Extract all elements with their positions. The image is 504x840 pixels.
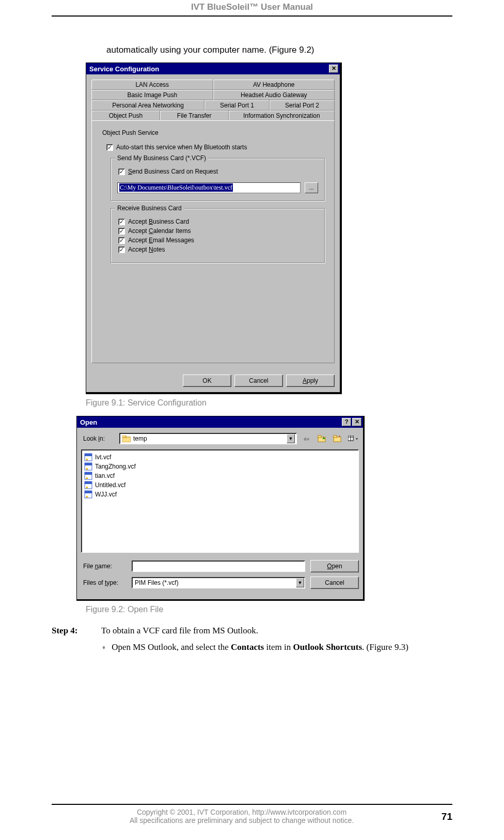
- tab-pan[interactable]: Personal Area Networking: [91, 100, 204, 111]
- send-card-legend: Send My Business Card (*.VCF): [115, 154, 208, 162]
- svg-text:*: *: [339, 435, 340, 439]
- accept-business-checkbox[interactable]: ✓: [118, 219, 125, 225]
- bullet-text: Open MS Outlook, and select the Contacts…: [112, 641, 452, 654]
- cancel-open-button[interactable]: Cancel: [310, 577, 359, 589]
- chevron-down-icon[interactable]: ▼: [287, 434, 295, 443]
- close-icon[interactable]: ✕: [352, 418, 361, 426]
- tab-serial-2[interactable]: Serial Port 2: [270, 100, 335, 111]
- tab-info-sync[interactable]: Information Synchronization: [229, 111, 335, 120]
- help-icon[interactable]: ?: [342, 418, 351, 426]
- accept-notes-checkbox[interactable]: ✓: [118, 246, 125, 253]
- folder-icon: [122, 435, 131, 442]
- list-item[interactable]: tian.vcf: [84, 471, 356, 480]
- open-file-dialog: Open ? ✕ Look in: temp ▼ ⇦ * ▾: [76, 416, 365, 601]
- svg-rect-11: [85, 454, 92, 456]
- list-item[interactable]: WJJ.vcf: [84, 490, 356, 499]
- svg-rect-15: [85, 472, 92, 475]
- tab-av-headphone[interactable]: AV Headphone: [213, 80, 335, 90]
- list-item[interactable]: TangZhong.vcf: [84, 462, 356, 471]
- footer-line-2: All specifications are preliminary and s…: [52, 816, 432, 825]
- open-button[interactable]: Open: [310, 560, 359, 572]
- cancel-button[interactable]: Cancel: [234, 375, 283, 387]
- accept-email-checkbox[interactable]: ✓: [118, 237, 125, 244]
- tab-lan-access[interactable]: LAN Access: [91, 80, 213, 90]
- step4-text: To obtain a VCF card file from MS Outloo…: [101, 626, 258, 636]
- accept-calendar-label: Accept Calendar Items: [128, 227, 191, 235]
- up-folder-icon[interactable]: [316, 433, 328, 444]
- send-card-group: Send My Business Card (*.VCF) ✓ Send Bus…: [111, 158, 325, 201]
- bullet-icon: ♦: [102, 641, 105, 654]
- page-footer: Copyright © 2001, IVT Corporation, http:…: [52, 804, 452, 825]
- lookin-folder-name: temp: [133, 435, 147, 442]
- svg-rect-1: [122, 435, 126, 438]
- new-folder-icon[interactable]: *: [331, 433, 343, 444]
- service-config-dialog: Service Configuration ✕ LAN Access AV He…: [86, 63, 342, 394]
- lookin-label: Look in:: [83, 435, 116, 442]
- tab-file-transfer[interactable]: File Transfer: [160, 111, 229, 120]
- open-titlebar: Open ? ✕: [77, 416, 363, 428]
- filename-label: File name:: [83, 563, 127, 570]
- titlebar: Service Configuration ✕: [86, 63, 340, 74]
- tab-serial-1[interactable]: Serial Port 1: [204, 100, 270, 111]
- list-item[interactable]: Untitled.vcf: [84, 480, 356, 490]
- tab-object-push[interactable]: Object Push: [91, 111, 160, 120]
- open-dialog-title: Open: [80, 418, 97, 426]
- svg-rect-19: [85, 491, 92, 493]
- filetype-label: Files of type:: [83, 579, 127, 586]
- svg-rect-17: [85, 481, 92, 484]
- vcf-icon: [84, 462, 92, 471]
- back-icon[interactable]: ⇦: [300, 433, 312, 444]
- figure-caption-1: Figure 9.1: Service Configuration: [86, 398, 452, 408]
- accept-calendar-checkbox[interactable]: ✓: [118, 228, 125, 235]
- send-on-request-label: Send Business Card on Request: [128, 168, 218, 175]
- footer-line-1: Copyright © 2001, IVT Corporation, http:…: [52, 808, 432, 816]
- vcf-icon: [84, 472, 92, 480]
- accept-business-label: Accept Business Card: [128, 218, 189, 225]
- tab-basic-image-push[interactable]: Basic Image Push: [91, 90, 213, 100]
- figure-caption-2: Figure 9.2: Open File: [86, 605, 452, 614]
- autostart-checkbox[interactable]: ✓: [106, 144, 113, 151]
- apply-button[interactable]: Apply: [286, 375, 335, 387]
- autostart-label: Auto-start this service when My Bluetoot…: [116, 144, 247, 151]
- intro-text: automatically using your computer name. …: [106, 45, 452, 55]
- receive-card-group: Receive Business Card ✓ Accept Business …: [111, 208, 325, 263]
- file-list[interactable]: Ivt.vcf TangZhong.vcf tian.vcf Untitled.…: [81, 449, 359, 553]
- vcf-icon: [84, 481, 92, 489]
- view-menu-icon[interactable]: ▾: [346, 433, 359, 444]
- group-title: Object Push Service: [102, 129, 327, 136]
- chevron-down-icon[interactable]: ▼: [296, 578, 304, 587]
- vcf-path-input[interactable]: C:\My Documents\BlueSoleil\outbox\test.v…: [117, 182, 301, 193]
- tab-headset-audio-gateway[interactable]: Headset Audio Gateway: [213, 90, 335, 100]
- send-on-request-checkbox[interactable]: ✓: [118, 168, 125, 175]
- close-icon[interactable]: ✕: [329, 65, 338, 73]
- vcf-icon: [84, 453, 92, 461]
- svg-rect-3: [318, 435, 321, 438]
- receive-card-legend: Receive Business Card: [115, 205, 184, 212]
- lookin-combo[interactable]: temp ▼: [119, 433, 297, 444]
- svg-rect-5: [334, 435, 337, 438]
- page-number: 71: [442, 811, 452, 822]
- vcf-icon: [84, 490, 92, 499]
- step4-label: Step 4:: [52, 626, 93, 636]
- list-item[interactable]: Ivt.vcf: [84, 453, 356, 462]
- filetype-combo[interactable]: PIM Files (*.vcf) ▼: [132, 577, 305, 588]
- ok-button[interactable]: OK: [183, 375, 231, 387]
- filename-input[interactable]: [132, 561, 305, 572]
- dialog-title: Service Configuration: [89, 65, 159, 73]
- accept-notes-label: Accept Notes: [128, 246, 165, 253]
- svg-rect-13: [85, 463, 92, 465]
- accept-email-label: Accept Email Messages: [128, 237, 194, 244]
- browse-button[interactable]: ...: [305, 182, 318, 193]
- page-header: IVT BlueSoleil™ User Manual: [52, 0, 452, 17]
